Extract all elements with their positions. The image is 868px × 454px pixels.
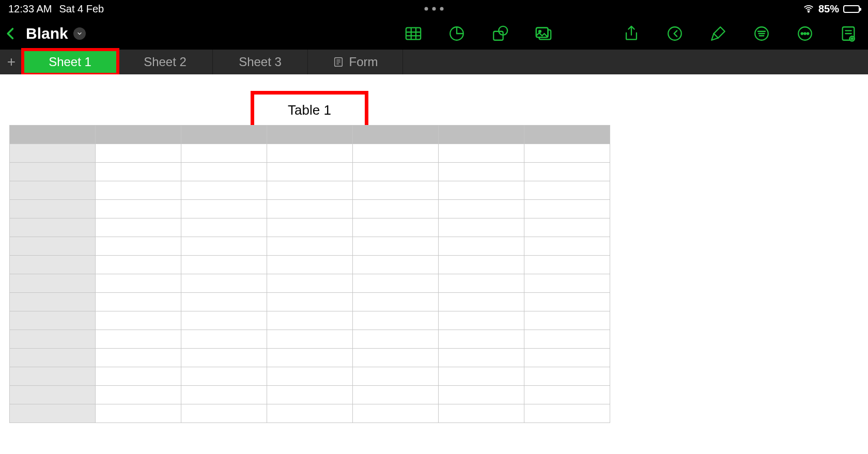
cell[interactable]: [353, 200, 439, 218]
table-row[interactable]: [10, 349, 610, 367]
cell[interactable]: [439, 237, 524, 256]
cell[interactable]: [96, 367, 181, 386]
cell[interactable]: [267, 237, 353, 256]
row-header-cell[interactable]: [10, 218, 96, 237]
cell[interactable]: [439, 144, 524, 163]
row-header-cell[interactable]: [10, 200, 96, 218]
cell[interactable]: [439, 293, 524, 311]
cell[interactable]: [439, 163, 524, 181]
cell[interactable]: [181, 349, 267, 367]
multitasking-dots-icon[interactable]: [425, 7, 444, 11]
cell[interactable]: [353, 311, 439, 330]
table-row[interactable]: [10, 181, 610, 200]
row-header-cell[interactable]: [10, 311, 96, 330]
column-header-cell[interactable]: [524, 126, 610, 144]
column-header-cell[interactable]: [353, 126, 439, 144]
cell[interactable]: [96, 311, 181, 330]
sheet-tab-1[interactable]: Sheet 1: [23, 50, 118, 74]
cell[interactable]: [439, 404, 524, 423]
cell[interactable]: [181, 274, 267, 293]
row-header-cell[interactable]: [10, 144, 96, 163]
insert-media-button[interactable]: [533, 23, 554, 44]
more-button[interactable]: [795, 23, 815, 44]
cell[interactable]: [524, 311, 610, 330]
document-title-button[interactable]: Blank: [26, 25, 86, 42]
cell[interactable]: [524, 274, 610, 293]
row-header-cell[interactable]: [10, 349, 96, 367]
cell[interactable]: [439, 200, 524, 218]
table-row[interactable]: [10, 274, 610, 293]
cell[interactable]: [96, 274, 181, 293]
cell[interactable]: [267, 200, 353, 218]
cell[interactable]: [524, 349, 610, 367]
insert-shape-button[interactable]: [490, 23, 510, 44]
column-header-cell[interactable]: [96, 126, 181, 144]
cell[interactable]: [524, 367, 610, 386]
cell[interactable]: [439, 218, 524, 237]
row-header-cell[interactable]: [10, 237, 96, 256]
cell[interactable]: [181, 330, 267, 349]
cell[interactable]: [181, 181, 267, 200]
cell[interactable]: [439, 386, 524, 404]
cell[interactable]: [524, 330, 610, 349]
cell[interactable]: [353, 256, 439, 274]
cell[interactable]: [181, 311, 267, 330]
cell[interactable]: [267, 218, 353, 237]
cell[interactable]: [96, 181, 181, 200]
cell[interactable]: [96, 218, 181, 237]
cell[interactable]: [524, 293, 610, 311]
column-header-row[interactable]: [10, 126, 610, 144]
add-sheet-button[interactable]: +: [0, 50, 23, 74]
cell[interactable]: [353, 218, 439, 237]
column-header-cell[interactable]: [267, 126, 353, 144]
spreadsheet-table[interactable]: [9, 125, 610, 423]
table-row[interactable]: [10, 404, 610, 423]
table-row[interactable]: [10, 200, 610, 218]
cell[interactable]: [181, 237, 267, 256]
column-header-cell[interactable]: [181, 126, 267, 144]
sheet-tab-form[interactable]: Form: [308, 50, 403, 74]
back-button[interactable]: [2, 25, 20, 42]
cell[interactable]: [96, 200, 181, 218]
cell[interactable]: [267, 274, 353, 293]
row-header-cell[interactable]: [10, 274, 96, 293]
cell[interactable]: [96, 349, 181, 367]
cell[interactable]: [524, 404, 610, 423]
cell[interactable]: [353, 349, 439, 367]
cell[interactable]: [524, 237, 610, 256]
format-paintbrush-button[interactable]: [708, 23, 729, 44]
cell[interactable]: [96, 330, 181, 349]
cell[interactable]: [181, 163, 267, 181]
cell[interactable]: [353, 163, 439, 181]
cell[interactable]: [267, 181, 353, 200]
row-header-cell[interactable]: [10, 367, 96, 386]
cell[interactable]: [267, 386, 353, 404]
row-header-cell[interactable]: [10, 256, 96, 274]
table-row[interactable]: [10, 163, 610, 181]
cell[interactable]: [96, 404, 181, 423]
cell[interactable]: [439, 330, 524, 349]
cell[interactable]: [181, 144, 267, 163]
table-row[interactable]: [10, 237, 610, 256]
cell[interactable]: [524, 163, 610, 181]
cell[interactable]: [267, 163, 353, 181]
cell[interactable]: [267, 144, 353, 163]
cell[interactable]: [267, 311, 353, 330]
cell[interactable]: [267, 293, 353, 311]
cell[interactable]: [439, 274, 524, 293]
sheet-tab-3[interactable]: Sheet 3: [213, 50, 308, 74]
cell[interactable]: [439, 349, 524, 367]
cell[interactable]: [353, 404, 439, 423]
cell[interactable]: [267, 256, 353, 274]
cell[interactable]: [439, 181, 524, 200]
cell[interactable]: [96, 386, 181, 404]
cell[interactable]: [96, 237, 181, 256]
cell[interactable]: [267, 349, 353, 367]
cell[interactable]: [181, 386, 267, 404]
cell[interactable]: [353, 293, 439, 311]
insert-chart-button[interactable]: [446, 23, 467, 44]
cell[interactable]: [353, 386, 439, 404]
table-row[interactable]: [10, 330, 610, 349]
cell[interactable]: [439, 256, 524, 274]
cell[interactable]: [181, 200, 267, 218]
